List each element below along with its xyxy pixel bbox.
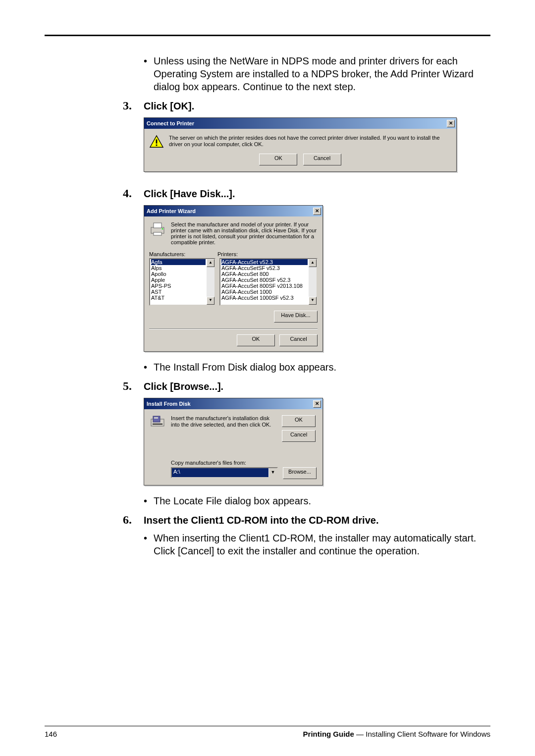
floppy-drive-icon	[150, 415, 165, 429]
have-disk-button[interactable]: Have Disk...	[274, 311, 318, 323]
step-6-label: Insert the Client1 CD-ROM into the CD-RO…	[144, 515, 378, 526]
install-from-disk-bullet: • The Install From Disk dialog box appea…	[144, 361, 490, 374]
close-icon[interactable]: ✕	[313, 400, 321, 408]
dialog-connect-to-printer: Connect to Printer ✕ The server on which…	[144, 117, 457, 172]
locate-file-text: The Locate File dialog box appears.	[154, 494, 490, 507]
footer-text: Printing Guide — Installing Client Softw…	[303, 730, 490, 738]
bullet-dot: •	[144, 532, 154, 557]
step-6-number: 6.	[123, 513, 144, 527]
list-item[interactable]: Alps	[151, 265, 206, 271]
bullet-dot: •	[144, 54, 154, 93]
list-item[interactable]: AGFA-AccuSetSF v52.3	[221, 265, 308, 271]
chevron-down-icon[interactable]: ▼	[268, 468, 277, 477]
step-3: 3. Click [OK].	[123, 99, 490, 112]
ok-button[interactable]: OK	[237, 334, 275, 346]
dialog-title-text: Add Printer Wizard	[147, 208, 196, 214]
intro-text: Unless using the NetWare in NDPS mode an…	[154, 54, 490, 93]
dialog-message: Insert the manufacturer's installation d…	[171, 415, 276, 442]
install-from-disk-text: The Install From Disk dialog box appears…	[154, 361, 490, 374]
svg-point-5	[162, 228, 163, 230]
step-3-number: 3.	[123, 99, 144, 112]
dialog-titlebar: Add Printer Wizard ✕	[144, 206, 322, 216]
close-icon[interactable]: ✕	[313, 208, 321, 215]
dialog-title-text: Install From Disk	[147, 401, 191, 407]
step-4-label: Click [Have Disk...].	[144, 188, 235, 200]
step-5: 5. Click [Browse...].	[123, 379, 490, 393]
scroll-down-icon[interactable]: ▼	[309, 297, 317, 305]
intro-bullet: • Unless using the NetWare in NDPS mode …	[144, 54, 490, 93]
dialog-body: Insert the manufacturer's installation d…	[144, 409, 322, 485]
close-icon[interactable]: ✕	[447, 120, 455, 127]
scrollbar[interactable]: ▲ ▼	[309, 259, 317, 305]
scroll-up-icon[interactable]: ▲	[207, 259, 214, 267]
cancel-button[interactable]: Cancel	[303, 154, 341, 165]
step-6: 6. Insert the Client1 CD-ROM into the CD…	[123, 513, 490, 527]
list-item[interactable]: Apple	[151, 277, 206, 283]
svg-rect-1	[156, 139, 158, 143]
copy-from-label: Copy manufacturer's files from:	[171, 460, 317, 466]
bullet-dot: •	[144, 494, 154, 507]
dialog-buttons: OK Cancel	[144, 152, 456, 171]
list-item[interactable]: AGFA-AccuSet 800	[221, 271, 308, 277]
printers-listbox[interactable]: AGFA-AccuSet v52.3 AGFA-AccuSetSF v52.3 …	[219, 258, 318, 306]
dialog-instruction: Select the manufacturer and model of you…	[171, 221, 318, 245]
page-number: 146	[45, 730, 57, 738]
svg-rect-2	[156, 145, 158, 146]
printer-icon	[149, 221, 166, 236]
svg-rect-4	[154, 223, 161, 228]
step-5-number: 5.	[123, 379, 144, 393]
bullet-dot: •	[144, 361, 154, 374]
svg-rect-10	[153, 424, 162, 425]
list-item[interactable]: AST	[151, 289, 206, 295]
dialog-titlebar: Connect to Printer ✕	[144, 118, 456, 129]
cdrom-bullet: • When inserting the Client1 CD-ROM, the…	[144, 532, 490, 557]
manufacturers-label: Manufacturers:	[149, 251, 214, 257]
locate-file-bullet: • The Locate File dialog box appears.	[144, 494, 490, 507]
footer-section: — Installing Client Software for Windows	[354, 730, 490, 738]
dialog-body: Select the manufacturer and model of you…	[144, 216, 322, 351]
list-item[interactable]: AT&T	[151, 295, 206, 301]
step-3-label: Click [OK].	[144, 101, 194, 112]
top-rule	[45, 35, 490, 36]
list-item[interactable]: AGFA-AccuSet 1000	[221, 289, 308, 295]
scroll-up-icon[interactable]: ▲	[309, 259, 317, 267]
dialog-message: The server on which the printer resides …	[169, 135, 451, 149]
list-item[interactable]: AGFA-AccuSet 800SF v2013.108	[221, 283, 308, 289]
cdrom-text: When inserting the Client1 CD-ROM, the i…	[154, 532, 490, 557]
list-item[interactable]: AGFA-AccuSet v52.3	[221, 259, 308, 265]
scroll-down-icon[interactable]: ▼	[207, 297, 214, 305]
dialog-install-from-disk: Install From Disk ✕ Insert the manufactu…	[144, 398, 323, 486]
list-item[interactable]: AGFA-AccuSet 800SF v52.3	[221, 277, 308, 283]
dialog-titlebar: Install From Disk ✕	[144, 398, 322, 409]
printers-label: Printers:	[217, 251, 318, 257]
cancel-button[interactable]: Cancel	[282, 430, 316, 442]
footer-rule	[45, 726, 490, 726]
scrollbar[interactable]: ▲ ▼	[207, 259, 214, 305]
browse-button[interactable]: Browse...	[283, 467, 317, 479]
ok-button[interactable]: OK	[282, 415, 316, 427]
footer-title: Printing Guide	[303, 730, 354, 738]
copy-from-dropdown[interactable]: A:\ ▼	[171, 467, 278, 478]
list-item[interactable]: APS-PS	[151, 283, 206, 289]
cancel-button[interactable]: Cancel	[279, 334, 318, 346]
warning-icon	[149, 135, 164, 149]
list-item[interactable]: AGFA-AccuSet 1000SF v52.3	[221, 295, 308, 301]
dialog-add-printer-wizard: Add Printer Wizard ✕ Select the manufact…	[144, 205, 323, 352]
svg-rect-9	[154, 417, 158, 419]
list-item[interactable]: Apollo	[151, 271, 206, 277]
ok-button[interactable]: OK	[259, 154, 297, 165]
step-5-label: Click [Browse...].	[144, 381, 223, 392]
list-item[interactable]: Agfa	[151, 259, 206, 265]
step-4: 4. Click [Have Disk...].	[123, 187, 490, 200]
manufacturers-listbox[interactable]: Agfa Alps Apollo Apple APS-PS AST AT&T ▲…	[149, 258, 215, 306]
dialog-body: The server on which the printer resides …	[144, 129, 456, 152]
svg-rect-6	[154, 232, 161, 235]
dialog-title-text: Connect to Printer	[147, 120, 194, 126]
copy-from-path: A:\	[172, 468, 268, 477]
svg-rect-8	[153, 416, 160, 422]
step-4-number: 4.	[123, 187, 144, 200]
